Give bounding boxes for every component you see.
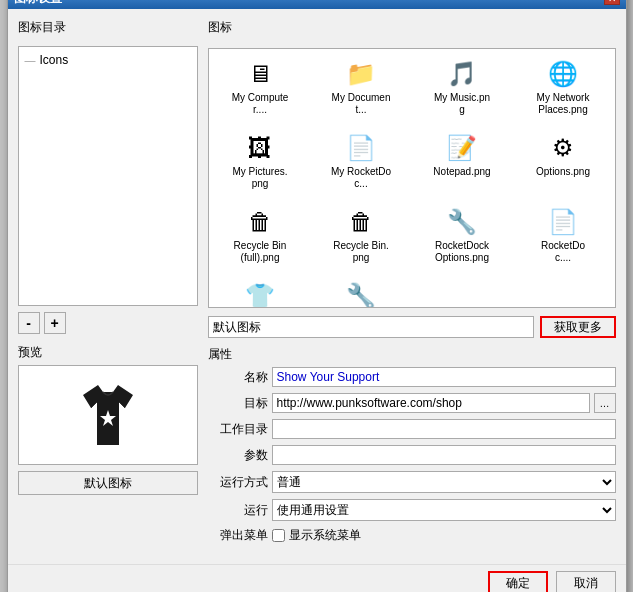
name-input[interactable]	[272, 367, 616, 387]
preview-section: 预览 默认图标	[18, 344, 198, 495]
workdir-label: 工作目录	[208, 421, 268, 438]
icon-image: 📝	[446, 132, 478, 164]
icon-image: 🗑	[345, 206, 377, 238]
icons-title: 图标	[208, 19, 616, 36]
popup-checkbox[interactable]	[272, 529, 285, 542]
icon-label: Recycle Bin (full).png	[230, 240, 290, 264]
icon-item[interactable]: 🗑Recycle Bin.png	[314, 201, 409, 269]
icon-image: 🗑	[244, 206, 276, 238]
icon-label: Recycle Bin.png	[331, 240, 391, 264]
icon-label: My Network Places.png	[533, 92, 593, 116]
cancel-button[interactable]: 取消	[556, 571, 616, 592]
name-row: 名称	[208, 367, 616, 387]
tree-item-label: Icons	[40, 53, 69, 67]
run-select[interactable]: 使用通用设置 以管理员运行 普通运行	[272, 499, 616, 521]
target-label: 目标	[208, 395, 268, 412]
attributes-section: 属性 名称 目标 … 工作目录	[208, 346, 616, 550]
icon-label: My Document...	[331, 92, 391, 116]
icon-image: 🌐	[547, 58, 579, 90]
get-more-button[interactable]: 获取更多	[540, 316, 616, 338]
icon-image: 📁	[345, 58, 377, 90]
icon-label: My Computer....	[230, 92, 290, 116]
icon-image: 🖼	[244, 132, 276, 164]
icon-image: 👕	[244, 280, 276, 308]
run-label: 运行	[208, 502, 268, 519]
preview-title: 预览	[18, 344, 198, 361]
icon-image: 📄	[547, 206, 579, 238]
preview-shirt-icon	[73, 380, 143, 450]
tree-item-icons[interactable]: — Icons	[23, 51, 193, 69]
icon-item[interactable]: 👕Shirt.png	[213, 275, 308, 308]
icon-item[interactable]: 🗑Recycle Bin (full).png	[213, 201, 308, 269]
params-label: 参数	[208, 447, 268, 464]
icon-item[interactable]: 🔧RocketDock Options.png	[415, 201, 510, 269]
icon-label: RocketDock Options.png	[432, 240, 492, 264]
popup-checkbox-label: 显示系统菜单	[272, 527, 361, 544]
icon-directory-tree[interactable]: — Icons	[18, 46, 198, 306]
popup-checkbox-text: 显示系统菜单	[289, 527, 361, 544]
tree-title: 图标目录	[18, 19, 198, 36]
icon-label: My Music.png	[432, 92, 492, 116]
target-browse-button[interactable]: …	[594, 393, 616, 413]
workdir-input[interactable]	[272, 419, 616, 439]
default-icon-button[interactable]: 默认图标	[18, 471, 198, 495]
tree-dots: —	[25, 54, 36, 66]
icons-grid: 🖥My Computer....📁My Document...🎵My Music…	[213, 53, 611, 308]
icons-grid-box[interactable]: 🖥My Computer....📁My Document...🎵My Music…	[208, 48, 616, 308]
workdir-row: 工作目录	[208, 419, 616, 439]
icon-item[interactable]: 📝Notepad.png	[415, 127, 510, 195]
icon-settings-dialog: 图标设置 ✕ 图标目录 — Icons - + 预览	[7, 0, 627, 592]
icon-label: RocketDoc....	[533, 240, 593, 264]
default-icon-dropdown[interactable]: 默认图标	[208, 316, 534, 338]
left-panel: 图标目录 — Icons - + 预览	[18, 19, 198, 550]
icon-label: Notepad.png	[433, 166, 490, 178]
preview-box	[18, 365, 198, 465]
run-select-wrapper[interactable]: 使用通用设置 以管理员运行 普通运行	[272, 499, 616, 521]
runmode-select-wrapper[interactable]: 普通 最小化 最大化	[272, 471, 616, 493]
title-bar: 图标设置 ✕	[8, 0, 626, 9]
icon-image: 🔧	[345, 280, 377, 308]
params-input[interactable]	[272, 445, 616, 465]
close-button[interactable]: ✕	[604, 0, 620, 5]
default-icon-dropdown-wrapper[interactable]: 默认图标	[208, 316, 534, 338]
icon-item[interactable]: 🌐My Network Places.png	[516, 53, 611, 121]
icon-image: 🖥	[244, 58, 276, 90]
popup-label: 弹出菜单	[208, 527, 268, 544]
add-directory-button[interactable]: +	[44, 312, 66, 334]
popup-row: 弹出菜单 显示系统菜单	[208, 527, 616, 544]
icon-item[interactable]: 📄My RocketDoc...	[314, 127, 409, 195]
right-panel: 图标 🖥My Computer....📁My Document...🎵My Mu…	[208, 19, 616, 550]
icon-item[interactable]: 📁My Document...	[314, 53, 409, 121]
runmode-label: 运行方式	[208, 474, 268, 491]
runmode-row: 运行方式 普通 最小化 最大化	[208, 471, 616, 493]
tree-controls: - +	[18, 312, 198, 334]
icon-image: ⚙	[547, 132, 579, 164]
icon-image: 📄	[345, 132, 377, 164]
remove-directory-button[interactable]: -	[18, 312, 40, 334]
icon-image: 🎵	[446, 58, 478, 90]
icon-item[interactable]: ⚙Options.png	[516, 127, 611, 195]
dialog-title: 图标设置	[14, 0, 62, 7]
name-label: 名称	[208, 369, 268, 386]
runmode-select[interactable]: 普通 最小化 最大化	[272, 471, 616, 493]
target-input[interactable]	[272, 393, 590, 413]
params-row: 参数	[208, 445, 616, 465]
attributes-title: 属性	[208, 346, 616, 363]
run-row: 运行 使用通用设置 以管理员运行 普通运行	[208, 499, 616, 521]
icon-label: My RocketDoc...	[331, 166, 391, 190]
icon-item[interactable]: 🔧Wrench.png	[314, 275, 409, 308]
icon-label: Options.png	[536, 166, 590, 178]
icon-item[interactable]: 📄RocketDoc....	[516, 201, 611, 269]
icon-dropdown-row: 默认图标 获取更多	[208, 316, 616, 338]
icon-item[interactable]: 🖼My Pictures.png	[213, 127, 308, 195]
target-row: 目标 …	[208, 393, 616, 413]
icon-image: 🔧	[446, 206, 478, 238]
ok-button[interactable]: 确定	[488, 571, 548, 592]
icon-item[interactable]: 🎵My Music.png	[415, 53, 510, 121]
icon-item[interactable]: 🖥My Computer....	[213, 53, 308, 121]
dialog-footer: 确定 取消	[8, 564, 626, 592]
dialog-body: 图标目录 — Icons - + 预览	[8, 9, 626, 560]
icon-label: My Pictures.png	[230, 166, 290, 190]
